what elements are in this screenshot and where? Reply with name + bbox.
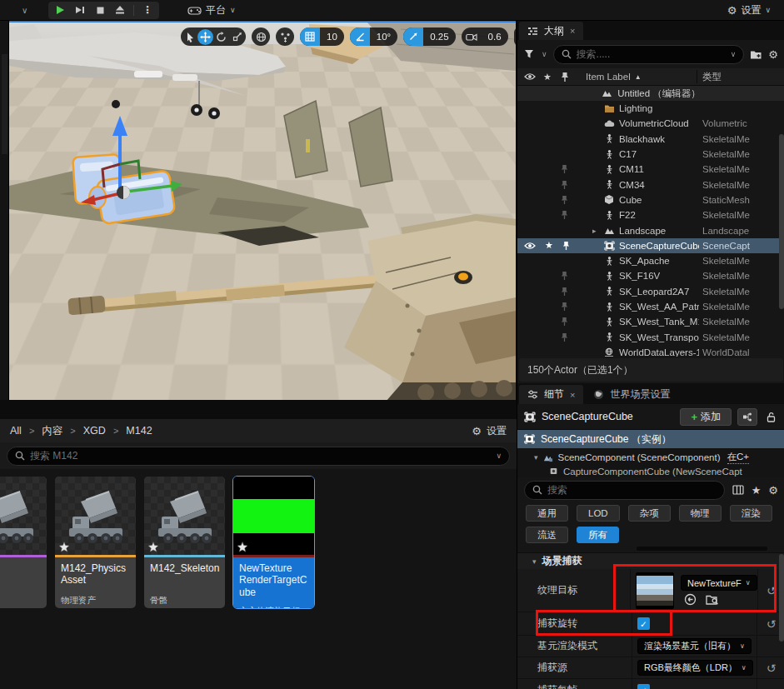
pin-icon[interactable] [561,180,568,190]
table-row[interactable]: CM34 SkeletalMe [517,177,784,192]
camera-speed-control[interactable]: 0.6 [462,27,508,46]
component-row-instance[interactable]: SceneCaptureCube （实例） [517,430,784,448]
pin-icon[interactable] [562,241,570,251]
table-row[interactable]: C17 SkeletalMe [517,147,784,162]
filter-chip[interactable]: 渲染 [730,505,772,522]
browse-to-asset-icon[interactable] [706,593,719,606]
surface-snapping-button[interactable] [276,27,294,46]
scale-tool-button[interactable] [229,29,245,45]
pin-icon[interactable] [561,195,568,205]
add-component-button[interactable]: + 添加 [680,408,732,426]
world-local-toggle-button[interactable] [252,27,270,46]
details-settings-gear-icon[interactable]: ⚙ [768,484,778,497]
play-options-menu[interactable]: ⋮ [138,2,157,18]
texture-target-thumbnail[interactable] [636,572,674,609]
reset-to-default-button[interactable]: ↺ [757,657,784,678]
asset-search-input[interactable]: 搜索 M142 ∨ [7,447,510,466]
outliner-settings-gear-icon[interactable]: ⚙ [768,48,778,61]
expand-arrow-icon[interactable]: ▸ [592,227,597,235]
close-icon[interactable]: × [570,26,575,36]
table-row[interactable]: ▸ Landscape Landscape [517,222,784,237]
section-scene-capture[interactable]: ▾ 场景捕获 [517,552,784,569]
edit-in-cpp-link[interactable]: 在C+ [727,451,750,464]
type-column-header[interactable]: 类型 [702,71,722,83]
chevron-down-icon[interactable]: ∨ [731,50,737,58]
filter-chip[interactable]: 流送 [526,527,568,543]
filter-icon[interactable] [524,49,536,59]
viewport[interactable]: 10 10° 0.25 0.6 [9,21,516,400]
outliner-scrollbar[interactable] [779,134,784,309]
filter-chip[interactable]: 所有 [577,527,619,543]
outliner-search-input[interactable]: 搜索..... ∨ [553,45,745,64]
table-row[interactable]: SK_West_Transport_C SkeletalMe [517,329,784,344]
pin-column-icon[interactable] [561,72,569,82]
tab-outliner[interactable]: 大纲 × [519,22,583,40]
table-row[interactable]: VolumetricCloud Volumetric [517,116,784,131]
platform-dropdown[interactable]: 平台 ∨ [187,3,236,17]
pin-icon[interactable] [561,302,568,312]
pin-icon[interactable] [561,332,568,342]
pin-icon[interactable] [561,210,568,220]
breadcrumb-item[interactable]: All [10,425,22,437]
visibility-column-eye-icon[interactable] [524,72,536,81]
details-search-input[interactable]: 搜索 [524,481,725,500]
pin-icon[interactable] [561,271,568,281]
select-tool-button[interactable] [182,29,197,45]
table-row[interactable]: ★ SceneCaptureCube [517,238,784,253]
asset-tile[interactable]: NewTexture RenderTargetCube 立方体渲染目标 [233,477,314,608]
table-row[interactable]: SK_Leopard2A7 SkeletalMe [517,284,784,299]
content-browser-settings[interactable]: ⚙ 设置 [472,424,507,438]
filter-chip[interactable]: LOD [577,505,620,522]
scale-snap-control[interactable]: 0.25 [403,27,455,46]
pin-icon[interactable] [561,164,568,174]
play-button[interactable] [51,2,69,18]
move-tool-button[interactable] [197,29,213,45]
stop-button[interactable] [91,2,109,18]
texture-target-dropdown[interactable]: NewTextureF ∨ [681,575,757,591]
filter-chip[interactable]: 杂项 [628,505,671,522]
component-row-scene-component[interactable]: ▾ SceneComponent (SceneComponent) 在C+ [517,448,784,467]
capture-every-frame-checkbox[interactable]: ✓ [637,684,650,689]
table-row[interactable]: CM11 SkeletalMe [517,162,784,177]
rotate-tool-button[interactable] [213,29,229,45]
primitive-render-mode-dropdown[interactable]: 渲染场景基元（旧有） ∨ [637,638,752,654]
rotation-snap-control[interactable]: 10° [350,27,397,46]
favorites-star-icon[interactable]: ★ [752,484,762,497]
viewport-layout-button[interactable] [514,27,516,46]
collapse-arrow-icon[interactable]: ▾ [534,453,538,462]
filter-chip[interactable]: 物理 [679,505,722,522]
table-row[interactable]: SK_West_Tank_M1A1 SkeletalMe [517,314,784,329]
frame-skip-button[interactable] [71,2,89,18]
eye-icon[interactable] [524,242,536,250]
tab-details[interactable]: 细节 × [519,385,583,404]
capture-rotation-checkbox[interactable]: ✓ [637,617,650,630]
chevron-down-icon[interactable]: ∨ [542,50,547,58]
asset-tile[interactable]: M142_Physics Asset 物理资产 [55,477,136,608]
table-row[interactable]: Lighting [517,101,784,116]
pin-icon[interactable] [561,317,568,327]
component-row-capture-component[interactable]: CaptureComponentCube (NewSceneCapt [517,467,784,477]
asset-tile[interactable]: 体 [0,477,47,608]
capture-source-dropdown[interactable]: RGB最终颜色（LDR） ∨ [637,660,753,676]
table-row[interactable]: SK_Apache SkeletalMe [517,253,784,268]
filter-chip[interactable]: 通用 [526,505,568,522]
star-icon[interactable]: ★ [545,240,553,251]
browse-hierarchy-button[interactable] [737,408,757,426]
world-row[interactable]: Untitled （编辑器） [517,86,784,101]
pin-icon[interactable] [561,287,568,297]
use-selected-asset-icon[interactable] [684,593,697,606]
table-row[interactable]: F22 SkeletalMe [517,207,784,222]
grid-snap-control[interactable]: 10 [300,27,344,46]
table-row[interactable]: SK_F16V SkeletalMe [517,268,784,283]
favorite-column-star-icon[interactable]: ★ [543,72,552,82]
table-row[interactable]: SK_West_AA_Patriot SkeletalMe [517,299,784,314]
close-icon[interactable]: × [570,390,575,400]
breadcrumb-item[interactable]: > 内容 [29,424,62,438]
settings-dropdown[interactable]: ⚙ 设置 ∨ [727,3,771,17]
lock-icon[interactable] [763,412,778,422]
display-options-icon[interactable] [732,485,744,495]
details-scrollbar[interactable] [779,554,784,642]
eject-button[interactable] [111,2,129,18]
asset-tile[interactable]: M142_Skeleton 骨骼 [144,477,225,608]
new-folder-icon[interactable] [750,49,762,60]
